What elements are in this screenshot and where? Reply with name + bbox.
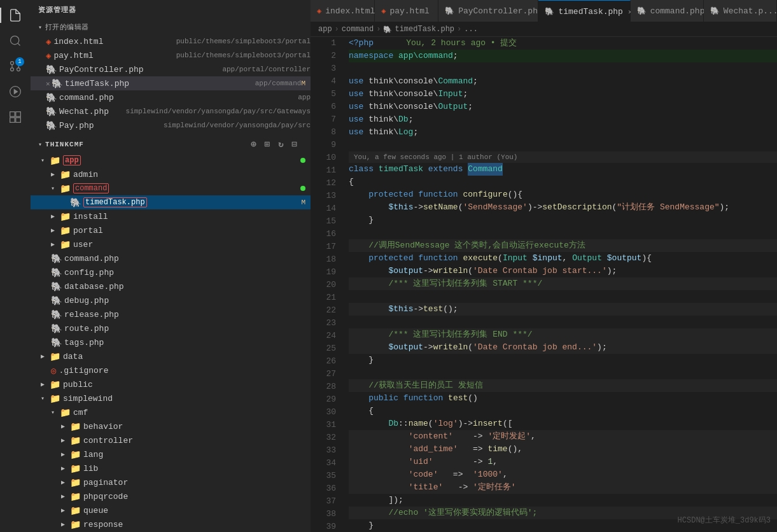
folder-admin[interactable]: ▶ 📁 admin (31, 167, 311, 181)
file-gitignore[interactable]: ◎ .gitignore (31, 363, 311, 377)
open-editor-pay[interactable]: ◈ pay.html public/themes/simpleboot3/por… (31, 48, 311, 62)
folder-controller-arrow: ▶ (61, 437, 69, 444)
php-icon: 🐘 (46, 64, 57, 75)
search-icon[interactable] (5, 31, 25, 51)
svg-point-2 (17, 68, 20, 71)
file-debug[interactable]: 🐘 debug.php (31, 293, 311, 307)
tab-pay-html[interactable]: ◈ pay.html (375, 0, 438, 22)
extensions-icon[interactable] (5, 107, 25, 127)
folder-command[interactable]: ▾ 📁 command (31, 181, 311, 195)
open-editor-timedtask[interactable]: ✕ 🐘 timedTask.php app/command M (31, 76, 311, 90)
code-line-36: ]); (349, 494, 777, 507)
html-icon2: ◈ (46, 50, 51, 61)
new-file-icon[interactable]: ⊕ (248, 137, 259, 151)
ln33: 33 (311, 444, 336, 457)
files-icon[interactable] (5, 5, 25, 25)
ln37: 37 (311, 495, 336, 508)
file-tags[interactable]: 🐘 tags.php (31, 335, 311, 349)
tab-php-icon4: 🐘 (710, 6, 720, 16)
folder-public[interactable]: ▶ 📁 public (31, 377, 311, 391)
code-line-34: 'code' => '1000', (349, 468, 777, 481)
close-icon[interactable]: ✕ (46, 80, 50, 88)
folder-controller[interactable]: ▶ 📁 controller (31, 433, 311, 447)
ln16: 16 (311, 228, 336, 241)
thinkcmf-label: THINKCMF (45, 141, 84, 148)
line-numbers: 1 2 3 4 5 6 7 8 9 10 11 12 13 14 15 16 1… (311, 37, 342, 532)
folder-phpqrcode-arrow: ▶ (61, 493, 69, 500)
ln20: 20 (311, 279, 336, 291)
code-area[interactable]: <?php You, 2 hours ago • 提交 namespace ap… (342, 37, 777, 532)
file-config[interactable]: 🐘 config.php (31, 265, 311, 279)
code-line-31: 'content' -> '定时发起', (349, 430, 777, 443)
folder-icon-paginator: 📁 (70, 477, 81, 488)
thinkcmf-section[interactable]: ▾ THINKCMF ⊕ ⊞ ↻ ⊟ (31, 135, 311, 153)
open-editor-payphp[interactable]: 🐘 Pay.php simplewind/vendor/yansongda/pa… (31, 118, 311, 132)
php-icon2: 🐘 (52, 78, 62, 89)
breadcrumb-command[interactable]: command (342, 25, 374, 34)
open-editor-paycontroller[interactable]: 🐘 PayController.php app/portal/controlle… (31, 62, 311, 76)
code-line-22 (349, 316, 777, 328)
open-editor-command[interactable]: 🐘 command.php app (31, 90, 311, 104)
folder-app-arrow: ▾ (41, 157, 48, 164)
folder-user[interactable]: ▶ 📁 user (31, 237, 311, 251)
file-command[interactable]: 🐘 command.php (31, 251, 311, 265)
tab-index-html[interactable]: ◈ index.html (311, 0, 375, 22)
folder-simplewind[interactable]: ▾ 📁 simplewind (31, 391, 311, 405)
folder-install[interactable]: ▶ 📁 install (31, 209, 311, 223)
folder-lib[interactable]: ▶ 📁 lib (31, 461, 311, 475)
breadcrumb-sep3: › (457, 25, 461, 34)
open-editor-wechat[interactable]: 🐘 Wechat.php simplewind/vendor/yansongda… (31, 104, 311, 118)
new-folder-icon[interactable]: ⊞ (262, 137, 273, 151)
tab-command[interactable]: 🐘 command.php (631, 0, 704, 22)
tab-paycontroller[interactable]: 🐘 PayController.php (438, 0, 538, 22)
folder-icon-cmf: 📁 (60, 407, 71, 418)
breadcrumb-app[interactable]: app (318, 25, 332, 34)
open-editor-index[interactable]: ◈ index.html public/themes/simpleboot3/p… (31, 34, 311, 48)
code-line-1: <?php You, 2 hours ago • 提交 (349, 37, 777, 50)
folder-response[interactable]: ▶ 📁 response (31, 517, 311, 531)
folder-behavior[interactable]: ▶ 📁 behavior (31, 419, 311, 433)
svg-point-4 (11, 68, 14, 71)
code-line-18: $output->writeln('Date Crontab job start… (349, 265, 777, 277)
ln23: 23 (311, 317, 336, 330)
folder-cmf[interactable]: ▾ 📁 cmf (31, 405, 311, 419)
source-control-icon[interactable]: 1 (5, 56, 25, 76)
code-line-8: use think\Log; (349, 126, 777, 139)
ln14: 14 (311, 202, 336, 215)
code-line-25: } (349, 354, 777, 367)
php-icon-route: 🐘 (51, 323, 62, 334)
folder-portal[interactable]: ▶ 📁 portal (31, 223, 311, 237)
breadcrumb-sep2: › (376, 25, 381, 34)
file-release[interactable]: 🐘 release.php (31, 307, 311, 321)
folder-lang[interactable]: ▶ 📁 lang (31, 447, 311, 461)
modified-dot (300, 158, 305, 163)
folder-queue[interactable]: ▶ 📁 queue (31, 503, 311, 517)
open-editors-arrow: ▾ (38, 24, 43, 31)
ln1: 1 (311, 37, 336, 50)
folder-icon-portal: 📁 (60, 225, 71, 236)
ln34: 34 (311, 457, 336, 470)
file-database[interactable]: 🐘 database.php (31, 279, 311, 293)
file-timedtask[interactable]: ▶ 🐘 timedTask.php M (31, 195, 311, 209)
folder-paginator[interactable]: ▶ 📁 paginator (31, 475, 311, 489)
collapse-icon[interactable]: ⊟ (290, 137, 300, 151)
breadcrumb-file[interactable]: timedTask.php (395, 25, 454, 34)
code-line-24: $output->writeln('Date Crontab job end..… (349, 341, 777, 354)
folder-data[interactable]: ▶ 📁 data (31, 349, 311, 363)
tab-html-icon: ◈ (317, 6, 321, 16)
folder-app[interactable]: ▾ 📁 app (31, 153, 311, 167)
file-route[interactable]: 🐘 route.php (31, 321, 311, 335)
ln8: 8 (311, 126, 336, 139)
refresh-icon[interactable]: ↻ (276, 137, 286, 151)
code-line-4: use think\console\Command; (349, 75, 777, 88)
open-editors-section[interactable]: ▾ 打开的编辑器 (31, 20, 311, 34)
ln25: 25 (311, 342, 336, 355)
debug-icon[interactable] (5, 81, 25, 102)
timedtask-outline-label: timedTask.php (83, 197, 147, 207)
tab-timedtask[interactable]: 🐘 timedTask.php ✕ (538, 0, 630, 22)
breadcrumb-ellipsis[interactable]: ... (464, 25, 478, 34)
folder-phpqrcode[interactable]: ▶ 📁 phpqrcode (31, 489, 311, 503)
folder-cmf-arrow: ▾ (51, 409, 59, 416)
editor[interactable]: 1 2 3 4 5 6 7 8 9 10 11 12 13 14 15 16 1… (311, 37, 777, 532)
tab-wechat[interactable]: 🐘 Wechat.p... (704, 0, 777, 22)
